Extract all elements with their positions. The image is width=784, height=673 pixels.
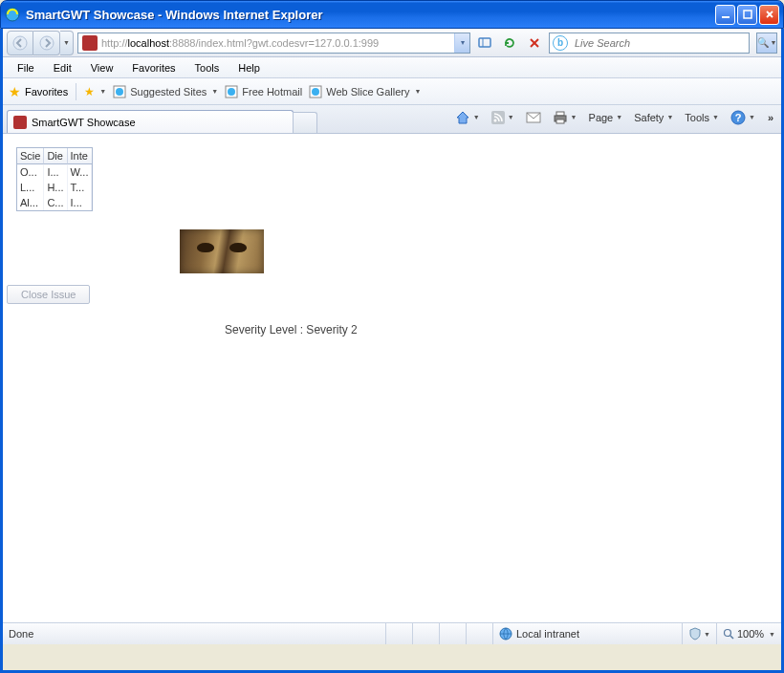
status-bar: Done Local intranet ▼ 100% ▼ <box>3 623 781 644</box>
svg-point-26 <box>724 630 730 637</box>
svg-point-12 <box>116 88 123 96</box>
svg-point-6 <box>40 36 54 50</box>
globe-icon <box>499 627 512 640</box>
feeds-button[interactable]: ▼ <box>489 109 517 126</box>
home-button[interactable]: ▼ <box>452 108 483 127</box>
table-row[interactable]: O... I... W... <box>17 164 92 180</box>
stop-button[interactable] <box>524 33 545 54</box>
grid-header[interactable]: Scie <box>17 148 44 164</box>
close-window-button[interactable] <box>759 5 779 25</box>
svg-rect-1 <box>722 16 730 18</box>
add-to-favorites-button[interactable]: ★ ▼ <box>84 85 106 98</box>
svg-point-18 <box>493 119 496 121</box>
safety-menu[interactable]: Safety▼ <box>631 110 676 125</box>
favorites-bar: ★ Favorites ★ ▼ Suggested Sites ▼ Free H… <box>3 78 781 105</box>
menu-file[interactable]: File <box>9 59 43 76</box>
ie-icon <box>5 7 20 22</box>
svg-point-16 <box>312 88 319 96</box>
star-icon: ★ <box>9 84 21 99</box>
nav-history-dropdown[interactable]: ▼ <box>60 31 74 55</box>
svg-rect-7 <box>479 38 490 47</box>
security-zone[interactable]: Local intranet <box>492 623 682 644</box>
ie-page-icon <box>308 84 323 99</box>
command-bar: ▼ ▼ ▼ Page▼ Safety▼ Tools▼ ?▼ » <box>317 105 777 133</box>
svg-point-5 <box>13 36 27 50</box>
tab-favicon <box>13 116 27 129</box>
toolbar-overflow[interactable]: » <box>768 112 773 123</box>
menu-edit[interactable]: Edit <box>45 59 80 76</box>
free-hotmail-link[interactable]: Free Hotmail <box>224 84 302 99</box>
menu-view[interactable]: View <box>82 59 122 76</box>
page-menu[interactable]: Page▼ <box>586 110 626 125</box>
webslice-gallery-link[interactable]: Web Slice Gallery ▼ <box>308 84 421 99</box>
suggested-sites-link[interactable]: Suggested Sites ▼ <box>112 84 218 99</box>
close-issue-button[interactable]: Close Issue <box>7 285 90 304</box>
site-icon <box>82 35 98 51</box>
read-mail-button[interactable] <box>523 110 544 125</box>
svg-point-14 <box>228 88 235 96</box>
ie-page-icon <box>112 84 127 99</box>
page-content: Scie Die Inte O... I... W... L... H... T… <box>3 134 781 623</box>
search-input[interactable] <box>571 36 749 50</box>
forward-button[interactable] <box>33 31 60 55</box>
window-title: SmartGWT Showcase - Windows Internet Exp… <box>26 8 713 22</box>
address-dropdown[interactable]: ▾ <box>454 33 469 53</box>
separator <box>76 83 76 100</box>
back-button[interactable] <box>7 31 33 55</box>
svg-text:?: ? <box>735 112 742 123</box>
navigation-toolbar: ▼ http://localhost:8888/index.html?gwt.c… <box>3 29 781 57</box>
star-add-icon: ★ <box>84 85 95 98</box>
new-tab-button[interactable] <box>293 112 317 133</box>
menu-favorites[interactable]: Favorites <box>123 59 184 76</box>
status-spacer <box>412 623 439 644</box>
status-spacer <box>385 623 412 644</box>
address-bar[interactable]: http://localhost:8888/index.html?gwt.cod… <box>77 33 470 54</box>
svg-rect-20 <box>556 112 564 116</box>
search-go-button[interactable]: 🔍▼ <box>756 33 777 54</box>
tools-menu[interactable]: Tools▼ <box>682 110 722 125</box>
shield-icon <box>688 627 702 640</box>
refresh-button[interactable] <box>499 33 520 54</box>
protected-mode[interactable]: ▼ <box>682 623 716 644</box>
compat-view-button[interactable] <box>474 33 495 54</box>
detail-image <box>180 229 264 273</box>
maximize-button[interactable] <box>737 5 757 25</box>
grid-header[interactable]: Die <box>44 148 67 164</box>
menu-tools[interactable]: Tools <box>186 59 229 76</box>
zoom-control[interactable]: 100% ▼ <box>716 623 781 644</box>
favorites-button[interactable]: ★ Favorites <box>9 84 68 99</box>
zoom-icon <box>723 628 734 640</box>
search-bar[interactable]: b <box>549 33 750 54</box>
address-input[interactable]: http://localhost:8888/index.html?gwt.cod… <box>101 37 454 49</box>
minimize-button[interactable] <box>715 5 735 25</box>
ie-page-icon <box>224 84 239 99</box>
status-text: Done <box>3 623 385 644</box>
grid-header[interactable]: Inte <box>68 148 93 164</box>
svg-rect-22 <box>556 119 564 123</box>
print-button[interactable]: ▼ <box>550 109 580 126</box>
menu-help[interactable]: Help <box>229 59 269 76</box>
status-spacer <box>439 623 466 644</box>
status-spacer <box>466 623 492 644</box>
svg-line-27 <box>730 636 733 639</box>
menu-bar: File Edit View Favorites Tools Help <box>3 57 781 78</box>
tab-bar: SmartGWT Showcase ▼ ▼ ▼ Page▼ Safety▼ To… <box>3 105 781 134</box>
tab-label: SmartGWT Showcase <box>32 117 136 128</box>
help-button[interactable]: ?▼ <box>728 108 758 127</box>
bing-icon: b <box>553 35 568 51</box>
svg-rect-2 <box>744 11 751 18</box>
tab-smartgwt-showcase[interactable]: SmartGWT Showcase <box>7 110 294 133</box>
titlebar: SmartGWT Showcase - Windows Internet Exp… <box>0 0 784 29</box>
table-row[interactable]: L... H... T... <box>17 180 92 195</box>
table-row[interactable]: Al... C... I... <box>17 195 92 210</box>
data-grid[interactable]: Scie Die Inte O... I... W... L... H... T… <box>16 147 93 211</box>
severity-label: Severity Level : Severity 2 <box>225 323 358 336</box>
